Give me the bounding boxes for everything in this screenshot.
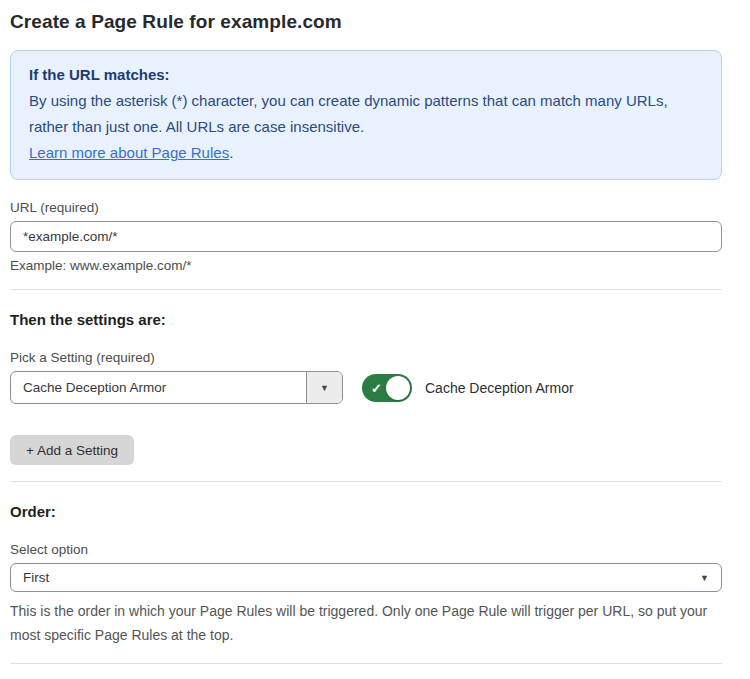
info-box-body: By using the asterisk (*) character, you… [29, 88, 703, 140]
setting-toggle[interactable]: ✓ [362, 374, 412, 402]
order-helper-text: This is the order in which your Page Rul… [10, 599, 722, 647]
divider [10, 289, 722, 290]
divider [10, 481, 722, 482]
setting-row: Cache Deception Armor ▼ ✓ Cache Deceptio… [10, 371, 722, 404]
learn-more-link[interactable]: Learn more about Page Rules [29, 144, 229, 161]
url-input[interactable] [10, 221, 722, 252]
order-select-value: First [23, 570, 700, 585]
check-icon: ✓ [371, 381, 382, 394]
setting-select[interactable]: Cache Deception Armor ▼ [10, 371, 343, 404]
order-section-heading: Order: [10, 503, 722, 520]
setting-picker-label: Pick a Setting (required) [10, 350, 722, 365]
url-match-info-box: If the URL matches: By using the asteris… [10, 50, 722, 180]
page-rule-form: Create a Page Rule for example.com If th… [10, 0, 722, 679]
chevron-down-icon[interactable]: ▼ [306, 372, 342, 403]
order-select-label: Select option [10, 542, 722, 557]
chevron-down-icon: ▼ [700, 573, 709, 583]
toggle-label: Cache Deception Armor [425, 380, 574, 396]
toggle-knob [386, 376, 410, 400]
url-field-label: URL (required) [10, 200, 722, 215]
order-select[interactable]: First ▼ [10, 563, 722, 592]
url-helper-text: Example: www.example.com/* [10, 258, 722, 273]
info-box-link-line: Learn more about Page Rules. [29, 140, 703, 166]
page-title: Create a Page Rule for example.com [10, 11, 722, 33]
setting-select-value: Cache Deception Armor [11, 372, 306, 403]
info-box-heading: If the URL matches: [29, 62, 703, 88]
settings-section-heading: Then the settings are: [10, 311, 722, 328]
link-suffix: . [229, 144, 233, 161]
divider [10, 663, 722, 664]
add-setting-button[interactable]: + Add a Setting [10, 435, 134, 465]
